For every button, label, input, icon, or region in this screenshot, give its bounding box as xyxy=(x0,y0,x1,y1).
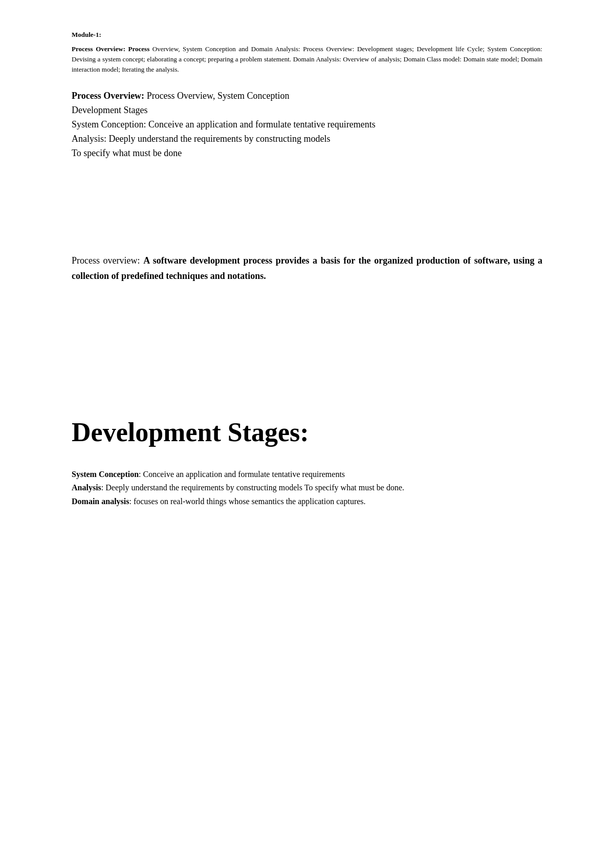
dev-stage-item-2: Analysis: Deeply understand the requirem… xyxy=(72,481,542,494)
dev-stage-item-2-bold: Analysis xyxy=(72,483,101,492)
process-overview-section: Process overview: A software development… xyxy=(72,253,542,284)
list-item-1-normal: Process Overview, System Conception xyxy=(144,91,289,101)
list-item-5: To specify what must be done xyxy=(72,146,542,161)
list-item-5-normal: To specify what must be done xyxy=(72,148,182,158)
list-item-1-bold: Process Overview: xyxy=(72,91,144,101)
dev-stage-item-2-normal: : Deeply understand the requirements by … xyxy=(101,483,404,492)
dev-stage-item-1-bold: System Conception xyxy=(72,470,139,479)
dev-stage-item-1: System Conception: Conceive an applicati… xyxy=(72,468,542,481)
dev-stage-item-3-normal: : focuses on real-world things whose sem… xyxy=(129,497,365,506)
list-item-1: Process Overview: Process Overview, Syst… xyxy=(72,89,542,103)
dev-stage-item-1-normal: : Conceive an application and formulate … xyxy=(139,470,345,479)
dev-stage-item-3: Domain analysis: focuses on real-world t… xyxy=(72,495,542,508)
list-item-2-normal: Development Stages xyxy=(72,105,147,115)
dense-paragraph: Process Overview: Process Overview, Syst… xyxy=(72,44,542,75)
list-item-2: Development Stages xyxy=(72,103,542,118)
list-item-3: System Conception: Conceive an applicati… xyxy=(72,118,542,132)
dev-stage-item-3-bold: Domain analysis xyxy=(72,497,129,506)
process-overview-intro-label: Process overview: xyxy=(72,255,143,266)
development-stages-heading: Development Stages: xyxy=(72,417,542,447)
dense-paragraph-bold: Process Overview: Process xyxy=(72,45,149,53)
list-item-3-normal: System Conception: Conceive an applicati… xyxy=(72,119,376,129)
list-item-4-normal: Analysis: Deeply understand the requirem… xyxy=(72,134,330,144)
dev-stages-block: System Conception: Conceive an applicati… xyxy=(72,468,542,508)
module-label: Module-1: xyxy=(72,31,542,39)
list-item-4: Analysis: Deeply understand the requirem… xyxy=(72,132,542,146)
list-section: Process Overview: Process Overview, Syst… xyxy=(72,89,542,160)
